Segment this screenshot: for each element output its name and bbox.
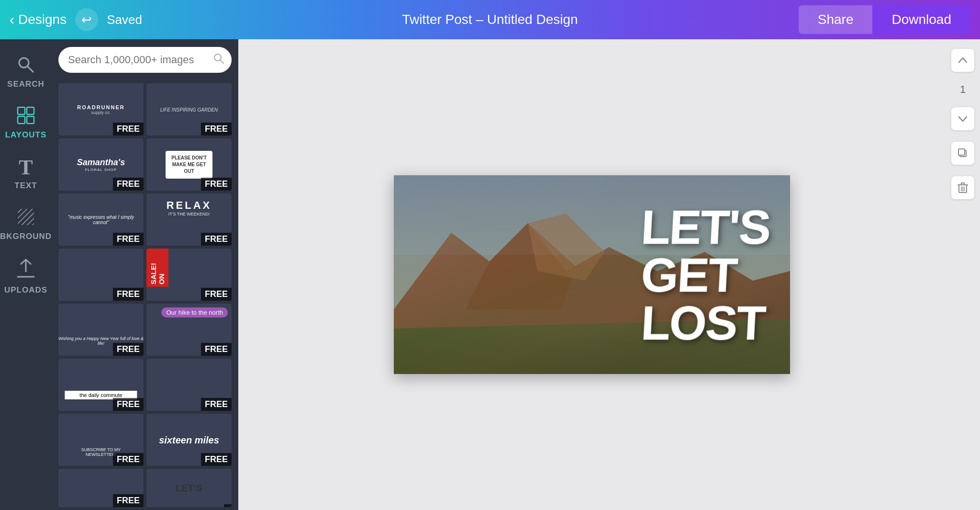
header-left: ‹ Designs ↩ Saved [10,8,142,31]
duplicate-page-button[interactable] [951,142,974,165]
canvas-text-line3: LOST [640,299,772,347]
sidebar-item-background[interactable]: BKGROUND [0,199,52,250]
sidebar-item-label: BKGROUND [0,232,52,241]
free-badge: FREE [113,178,144,191]
search-icon [17,56,35,77]
body: SEARCH LAYOUTS T TEXT [0,39,980,510]
list-item[interactable]: PLEASE DON'TMAKE ME GETOUT FREE [146,138,232,191]
free-badge: FREE [201,178,232,191]
list-item[interactable]: LIFE INSPIRING GARDEN FREE [146,83,232,136]
list-item[interactable]: FREE [58,469,144,507]
sidebar-item-layouts[interactable]: LAYOUTS [0,98,52,148]
search-input[interactable] [58,47,232,73]
list-item[interactable]: sixteen miles FREE [146,414,232,466]
list-item[interactable]: FREE [58,249,144,301]
free-badge: FREE [201,288,232,301]
layouts-grid: ROADRUNNER supply co. FREE LIFE INSPIRIN… [52,80,238,510]
canvas-area: LET'S GET LOST [238,39,946,510]
list-item[interactable]: SUBSCRIBE TO MY NEWSLETTER! FREE [58,414,144,466]
free-badge: FREE [113,453,144,466]
list-item[interactable]: FREE [146,359,232,411]
list-item[interactable]: "music expresses what I simply cannot" F… [58,193,144,246]
delete-page-button[interactable] [951,176,974,199]
svg-line-1 [28,67,33,72]
svg-rect-5 [27,116,34,124]
header: ‹ Designs ↩ Saved Twitter Post – Untitle… [0,0,980,39]
free-badge: FREE [201,123,232,136]
right-controls: 1 [946,39,980,510]
list-item[interactable]: the daily commute FREE [58,359,144,411]
list-item[interactable]: ROADRUNNER supply co. FREE [58,83,144,136]
list-item[interactable]: Samantha's FLORAL SHOP FREE [58,138,144,191]
sidebar-item-text[interactable]: T TEXT [0,148,52,199]
back-to-designs-button[interactable]: ‹ Designs [10,11,67,28]
svg-rect-3 [27,107,34,114]
free-badge: FREE [113,343,144,356]
list-item[interactable]: Wishing you a Happy New Year full of lov… [58,304,144,356]
search-bar [58,47,232,73]
background-icon [17,208,35,229]
page-up-button[interactable] [951,49,974,72]
sidebar: SEARCH LAYOUTS T TEXT [0,39,52,510]
list-item[interactable]: RELAX IT'S THE WEEKEND! FREE [146,193,232,246]
copy-icon [958,148,968,159]
trash-icon [958,182,968,193]
sidebar-item-label: LAYOUTS [5,130,47,140]
svg-rect-2 [18,107,25,114]
free-badge: FREE [113,123,144,136]
svg-line-10 [221,60,223,63]
page-number: 1 [960,83,966,96]
free-badge: FREE [201,343,232,356]
design-canvas[interactable]: LET'S GET LOST [394,175,790,374]
saved-status: Saved [107,12,142,27]
svg-rect-17 [958,149,965,155]
free-badge: FREE [201,398,232,411]
document-title: Twitter Post – Untitled Design [402,12,578,27]
header-actions: Share Download [799,5,970,34]
free-badge: FREE [113,494,144,507]
text-icon: T [19,157,33,178]
svg-rect-4 [18,116,25,124]
back-label: Designs [18,12,67,27]
sidebar-item-uploads[interactable]: UPLOADS [0,250,52,304]
sidebar-item-label: TEXT [14,181,37,191]
list-item[interactable]: ON SALE! FREE [146,249,232,301]
sidebar-item-label: SEARCH [7,79,45,89]
chevron-up-icon [958,55,968,66]
chevron-down-icon [958,113,968,124]
canvas-text-line2: GET [640,251,772,299]
download-button[interactable]: Download [872,5,970,34]
free-badge: FREE [113,398,144,411]
undo-icon: ↩ [81,12,92,27]
free-badge [224,504,232,507]
page-down-button[interactable] [951,107,974,130]
free-badge: FREE [113,233,144,246]
free-badge: FREE [201,233,232,246]
sidebar-item-label: UPLOADS [4,285,47,295]
list-item[interactable]: LET'S [146,469,232,507]
list-item[interactable]: Our hike to the north FREE [146,304,232,356]
chevron-left-icon: ‹ [10,11,14,28]
layouts-icon [17,106,35,127]
undo-button[interactable]: ↩ [75,8,98,31]
free-badge: FREE [113,288,144,301]
search-submit-icon[interactable] [213,53,224,67]
canvas-text[interactable]: LET'S GET LOST [641,203,770,347]
canvas-text-line1: LET'S [640,203,772,251]
svg-point-9 [214,54,221,61]
free-badge: FREE [201,453,232,466]
layouts-panel: ROADRUNNER supply co. FREE LIFE INSPIRIN… [52,39,238,510]
svg-rect-7 [18,209,34,225]
sidebar-item-search[interactable]: SEARCH [0,47,52,98]
upload-icon [17,259,35,283]
on-sale-badge: ON SALE! [146,249,168,287]
purple-badge: Our hike to the north [161,307,228,317]
share-button[interactable]: Share [799,5,873,34]
